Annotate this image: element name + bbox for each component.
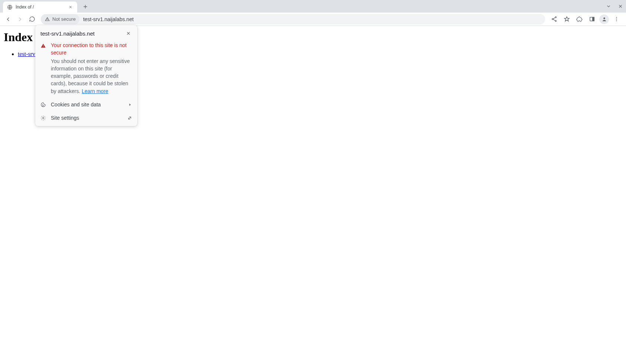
security-chip[interactable]: Not secure: [41, 14, 79, 24]
svg-point-3: [555, 20, 556, 21]
new-tab-button[interactable]: [80, 1, 91, 12]
extensions-button[interactable]: [574, 14, 584, 24]
cookie-icon: [40, 102, 46, 107]
svg-point-10: [42, 105, 43, 105]
browser-toolbar: Not secure test-srv1.naijalabs.net: [0, 13, 626, 26]
svg-point-8: [616, 19, 617, 19]
svg-rect-5: [592, 17, 594, 21]
browser-tab[interactable]: Index of /: [3, 1, 77, 13]
site-settings-label: Site settings: [51, 115, 123, 121]
site-settings-row[interactable]: Site settings: [35, 111, 137, 125]
security-label: Not secure: [52, 16, 76, 22]
svg-point-7: [616, 17, 617, 18]
window-close-button[interactable]: [618, 4, 623, 9]
bookmark-button[interactable]: [561, 14, 572, 24]
reload-button[interactable]: [27, 14, 37, 24]
svg-point-6: [603, 17, 605, 19]
share-button[interactable]: [549, 14, 559, 24]
popup-site-name: test-srv1.naijalabs.net: [40, 30, 95, 37]
learn-more-link[interactable]: Learn more: [82, 88, 108, 94]
svg-point-12: [42, 106, 43, 106]
side-panel-button[interactable]: [587, 14, 597, 24]
insecure-body: You should not enter any sensitive infor…: [51, 57, 132, 95]
globe-icon: [7, 4, 13, 10]
site-info-popup: test-srv1.naijalabs.net Your connection …: [35, 25, 137, 126]
external-link-icon: [127, 116, 132, 120]
address-bar[interactable]: Not secure test-srv1.naijalabs.net: [41, 14, 545, 24]
tab-close-button[interactable]: [68, 4, 73, 10]
tab-search-button[interactable]: [606, 4, 611, 9]
svg-point-2: [552, 19, 553, 20]
tab-title: Index of /: [16, 4, 65, 10]
back-button[interactable]: [3, 14, 13, 24]
svg-point-13: [43, 117, 44, 119]
svg-point-11: [43, 105, 44, 106]
warning-icon: [45, 16, 50, 22]
chevron-right-icon: [128, 103, 132, 107]
url-text: test-srv1.naijalabs.net: [79, 16, 544, 22]
svg-point-1: [555, 17, 556, 18]
connection-security-section: Your connection to this site is not secu…: [35, 38, 137, 98]
cookies-row[interactable]: Cookies and site data: [35, 98, 137, 111]
profile-button[interactable]: [599, 14, 609, 24]
menu-button[interactable]: [611, 14, 622, 24]
svg-point-9: [616, 20, 617, 21]
cookies-label: Cookies and site data: [51, 102, 124, 107]
forward-button[interactable]: [15, 14, 25, 24]
insecure-title: Your connection to this site is not secu…: [51, 42, 132, 57]
tab-strip: Index of /: [0, 0, 626, 13]
warning-triangle-icon: [40, 43, 46, 49]
popup-close-button[interactable]: [125, 30, 132, 37]
gear-icon: [40, 115, 46, 121]
